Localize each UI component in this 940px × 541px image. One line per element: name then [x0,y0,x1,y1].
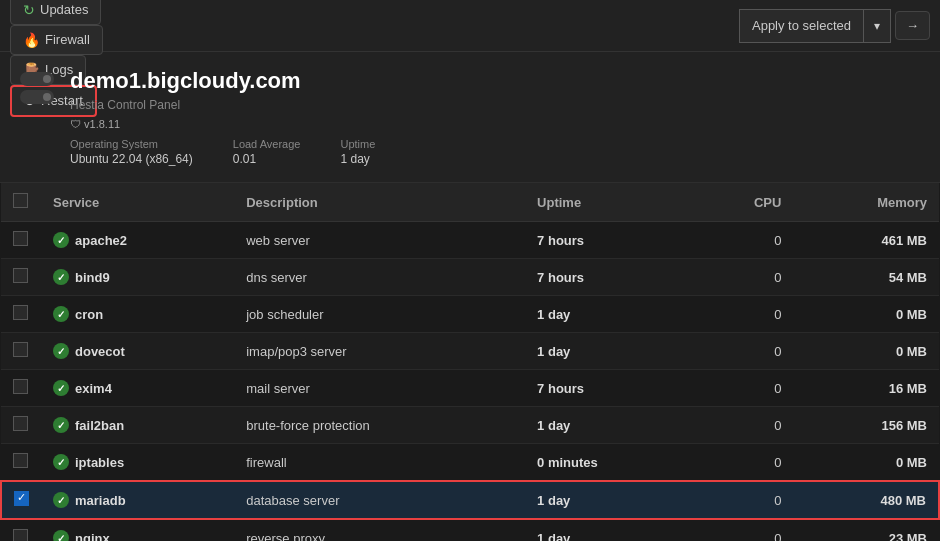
apply-dropdown-chevron[interactable]: ▾ [864,10,890,42]
description-cell-dovecot: imap/pop3 server [234,333,525,370]
status-icon-dovecot [53,343,69,359]
status-icon-exim4 [53,380,69,396]
select-all-header [1,183,41,222]
row-checkbox-cell-mariadb [1,481,41,519]
service-name-cell-dovecot: dovecot [41,333,234,370]
uptime-cell-dovecot: 1 day [525,333,692,370]
service-name-cell-iptables: iptables [41,444,234,482]
apply-arrow-button[interactable]: → [895,11,930,40]
uptime-cell-bind9: 7 hours [525,259,692,296]
memory-cell-bind9: 54 MB [793,259,939,296]
memory-cell-iptables: 0 MB [793,444,939,482]
uptime-cell-exim4: 7 hours [525,370,692,407]
server-icon [20,72,54,104]
uptime-cell-cron: 1 day [525,296,692,333]
apply-to-selected-button[interactable]: Apply to selected ▾ [739,9,891,43]
checkbox-iptables[interactable] [13,453,28,468]
table-row: mariadbdatabase server1 day0480 MB [1,481,939,519]
description-cell-cron: job scheduler [234,296,525,333]
memory-col-header: Memory [793,183,939,222]
server-meta: Operating System Ubuntu 22.04 (x86_64) L… [70,138,375,166]
services-table-container: Service Description Uptime CPU Memory ap… [0,183,940,541]
checkbox-exim4[interactable] [13,379,28,394]
row-checkbox-cell-bind9 [1,259,41,296]
description-cell-nginx: reverse proxy [234,519,525,541]
nav-btn-firewall[interactable]: 🔥Firewall [10,25,103,55]
cpu-cell-dovecot: 0 [692,333,793,370]
firewall-icon: 🔥 [23,32,40,48]
service-name-mariadb: mariadb [53,492,222,508]
table-row: cronjob scheduler1 day00 MB [1,296,939,333]
uptime-cell-iptables: 0 minutes [525,444,692,482]
row-checkbox-cell-exim4 [1,370,41,407]
table-row: apache2web server7 hours0461 MB [1,222,939,259]
memory-cell-apache2: 461 MB [793,222,939,259]
checkbox-fail2ban[interactable] [13,416,28,431]
cpu-cell-nginx: 0 [692,519,793,541]
table-row: nginxreverse proxy1 day023 MB [1,519,939,541]
service-name-cell-bind9: bind9 [41,259,234,296]
checkbox-bind9[interactable] [13,268,28,283]
status-icon-mariadb [53,492,69,508]
uptime-cell-apache2: 7 hours [525,222,692,259]
status-icon-nginx [53,530,69,541]
service-name-fail2ban: fail2ban [53,417,222,433]
checkbox-nginx[interactable] [13,529,28,541]
firewall-label: Firewall [45,32,90,47]
service-name-cell-cron: cron [41,296,234,333]
memory-cell-exim4: 16 MB [793,370,939,407]
checkbox-mariadb[interactable] [14,491,29,506]
service-name-cell-apache2: apache2 [41,222,234,259]
uptime-cell-mariadb: 1 day [525,481,692,519]
load-average-info: Load Average 0.01 [233,138,301,166]
memory-cell-mariadb: 480 MB [793,481,939,519]
service-name-iptables: iptables [53,454,222,470]
status-icon-bind9 [53,269,69,285]
service-name-cell-fail2ban: fail2ban [41,407,234,444]
service-name-cell-exim4: exim4 [41,370,234,407]
service-name-bind9: bind9 [53,269,222,285]
description-cell-exim4: mail server [234,370,525,407]
description-cell-bind9: dns server [234,259,525,296]
table-row: fail2banbrute-force protection1 day0156 … [1,407,939,444]
service-name-nginx: nginx [53,530,222,541]
uptime-info: Uptime 1 day [340,138,375,166]
memory-cell-cron: 0 MB [793,296,939,333]
memory-cell-fail2ban: 156 MB [793,407,939,444]
cpu-col-header: CPU [692,183,793,222]
status-icon-apache2 [53,232,69,248]
server-panel-name: Hestia Control Panel [70,98,375,112]
checkbox-apache2[interactable] [13,231,28,246]
uptime-col-header: Uptime [525,183,692,222]
status-icon-fail2ban [53,417,69,433]
service-name-cron: cron [53,306,222,322]
checkbox-dovecot[interactable] [13,342,28,357]
service-name-exim4: exim4 [53,380,222,396]
top-navigation: ⚙Configure📋Task Monitor↻Updates🔥Firewall… [0,0,940,52]
table-header: Service Description Uptime CPU Memory [1,183,939,222]
select-all-checkbox[interactable] [13,193,28,208]
cpu-cell-apache2: 0 [692,222,793,259]
server-disk-top [20,72,54,86]
memory-cell-dovecot: 0 MB [793,333,939,370]
description-cell-iptables: firewall [234,444,525,482]
server-hostname: demo1.bigcloudy.com [70,68,375,94]
cpu-cell-mariadb: 0 [692,481,793,519]
table-row: iptablesfirewall0 minutes00 MB [1,444,939,482]
nav-btn-updates[interactable]: ↻Updates [10,0,101,25]
cpu-cell-iptables: 0 [692,444,793,482]
cpu-cell-fail2ban: 0 [692,407,793,444]
server-version: 🛡 v1.8.11 [70,118,375,130]
checkbox-cron[interactable] [13,305,28,320]
service-name-apache2: apache2 [53,232,222,248]
server-disk-bottom [20,90,54,104]
cpu-cell-bind9: 0 [692,259,793,296]
status-icon-cron [53,306,69,322]
service-name-dovecot: dovecot [53,343,222,359]
service-name-cell-nginx: nginx [41,519,234,541]
description-cell-fail2ban: brute-force protection [234,407,525,444]
table-row: exim4mail server7 hours016 MB [1,370,939,407]
services-table: Service Description Uptime CPU Memory ap… [0,183,940,541]
nav-right: Apply to selected ▾ → [739,9,930,43]
row-checkbox-cell-fail2ban [1,407,41,444]
